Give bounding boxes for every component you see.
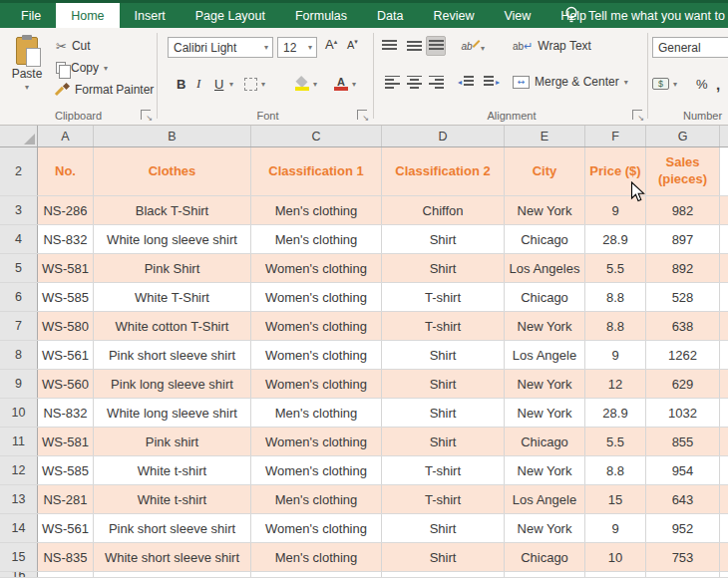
cell[interactable]: WS-561 [38,341,94,369]
cell-sliver[interactable] [720,196,728,224]
copy-button[interactable]: Copy ▾ [56,58,108,78]
cell-sliver[interactable] [720,456,728,484]
cell[interactable]: WS-585 [38,283,94,311]
cell[interactable]: Shirt [382,543,505,571]
cell[interactable]: Chicago [505,283,585,311]
row-header-6[interactable]: 6 [0,283,38,311]
cell[interactable]: Pink Shirt [94,254,251,282]
format-painter-button[interactable]: Format Painter [56,80,154,100]
cell[interactable]: Men's clothing [251,225,382,253]
cell[interactable]: 753 [646,543,720,571]
row-header-4[interactable]: 4 [0,225,38,253]
cell[interactable]: Chicago [505,543,585,571]
cell[interactable]: White long sleeve shirt [94,399,251,427]
cell-sliver[interactable] [720,312,728,340]
tell-me-box[interactable]: Tell me what you want to [564,3,725,28]
cell[interactable]: WS-585 [38,456,94,484]
accounting-format-button[interactable]: $ [652,74,669,94]
cell[interactable]: T-shirt [382,283,505,311]
cell-sliver[interactable] [720,572,728,577]
cell[interactable]: Pink shirt [94,428,251,455]
cell[interactable]: 1032 [646,399,720,427]
percent-style-button[interactable]: % [696,74,708,94]
cell[interactable]: White t-shirt [94,456,251,484]
cell-sliver[interactable] [720,485,728,513]
row-header-10[interactable]: 10 [0,399,38,427]
cell[interactable]: 629 [646,370,720,398]
row-header-12[interactable]: 12 [0,456,38,484]
cell[interactable]: WS-581 [38,428,94,455]
cell[interactable] [646,572,720,577]
cell-sliver[interactable] [720,147,728,195]
cell[interactable]: Men's clothing [251,485,382,513]
cell[interactable]: New York [505,456,585,484]
cell[interactable]: 12 [585,370,646,398]
cell[interactable]: White T-Shirt [94,283,251,311]
cell[interactable]: Chicago [505,428,585,455]
row-header-2[interactable]: 2 [0,147,38,195]
cell[interactable]: Chicago [505,225,585,253]
cell[interactable]: Women's clothing [251,341,382,369]
cell[interactable]: NS-832 [38,399,94,427]
wrap-text-button[interactable]: ab↵ Wrap Text [513,36,591,56]
cell-sliver[interactable] [720,225,728,253]
paste-button[interactable]: Paste ▾ [6,35,48,107]
cell[interactable]: 9 [585,514,646,542]
cell[interactable]: 8.8 [585,283,646,311]
cell[interactable]: Women's clothing [251,514,382,542]
cell[interactable]: Shirt [382,341,505,369]
align-right-button[interactable] [426,72,446,92]
cell[interactable]: 8.8 [585,456,646,484]
cell[interactable]: T-shirt [382,456,505,484]
cell[interactable] [251,572,382,577]
merge-center-dropdown-icon[interactable]: ▾ [624,78,628,87]
row-header-13[interactable]: 13 [0,485,38,513]
cell-sliver[interactable] [720,428,728,455]
cell[interactable]: Classification 2 [382,147,505,195]
cut-button[interactable]: ✂ Cut [56,36,91,56]
cell[interactable]: City [505,147,585,195]
align-middle-button[interactable] [404,36,424,56]
tab-review[interactable]: Review [418,3,489,28]
cell[interactable]: 28.9 [585,225,646,253]
cell[interactable]: 897 [646,225,720,253]
cell[interactable]: Shirt [382,428,505,455]
orientation-dropdown-icon[interactable]: ▾ [481,38,485,58]
cell[interactable]: 28.9 [585,399,646,427]
increase-indent-button[interactable]: ▸ [480,72,504,92]
cell[interactable]: Shirt [382,254,505,282]
cell-sliver[interactable] [720,399,728,427]
column-header-E[interactable]: E [505,126,585,146]
accounting-dropdown-icon[interactable]: ▾ [673,74,677,94]
cell[interactable]: Pink short sleeve shirt [94,514,251,542]
font-name-dropdown-icon[interactable]: ▾ [264,43,272,52]
cell[interactable]: Pink short sleeve shirt [94,341,251,369]
cell[interactable]: Men's clothing [251,399,382,427]
row-header-8[interactable]: 8 [0,341,38,369]
cell[interactable]: NS-835 [38,543,94,571]
tab-page-layout[interactable]: Page Layout [181,3,280,28]
cell[interactable]: Shirt [382,225,505,253]
cell-sliver[interactable] [720,283,728,311]
row-header-9[interactable]: 9 [0,370,38,398]
increase-font-size-button[interactable]: A▴ [325,37,337,52]
cell[interactable]: Men's clothing [251,196,382,224]
cell-sliver[interactable] [720,514,728,542]
font-color-dropdown-icon[interactable]: ▾ [352,74,356,94]
cell[interactable]: Shirt [382,514,505,542]
decrease-font-size-button[interactable]: A▾ [347,37,358,52]
cell[interactable]: 892 [646,254,720,282]
cell[interactable] [38,572,94,577]
cell-sliver[interactable] [720,370,728,398]
cell[interactable]: Clothes [94,147,251,195]
cell[interactable]: Shirt [382,370,505,398]
merge-center-button[interactable]: ↔ Merge & Center ▾ [513,72,628,92]
row-header-11[interactable]: 11 [0,428,38,455]
cell[interactable] [505,572,585,577]
cell[interactable]: WS-581 [38,254,94,282]
font-size-dropdown-icon[interactable]: ▾ [308,43,316,52]
row-header-16[interactable]: 16 [0,572,38,577]
cell[interactable]: Women's clothing [251,254,382,282]
bold-button[interactable]: B [177,74,185,94]
column-header-G[interactable]: G [646,126,720,146]
